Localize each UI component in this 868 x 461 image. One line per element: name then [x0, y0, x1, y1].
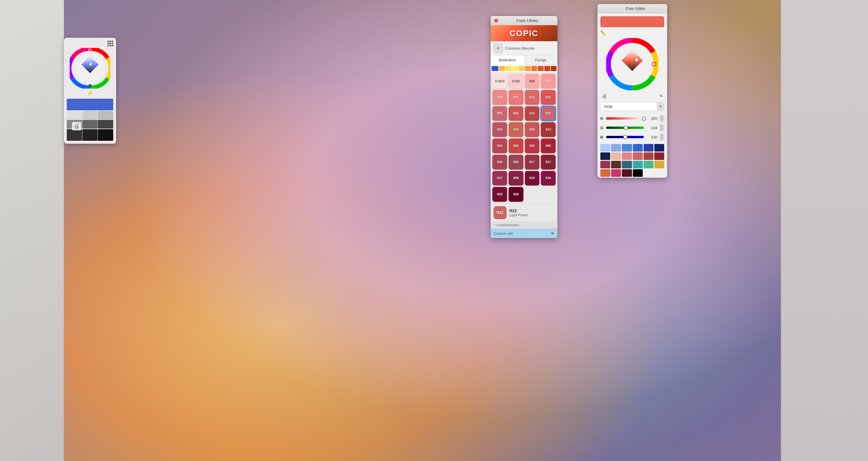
strip-cell[interactable] — [525, 66, 531, 71]
copic-swatch-r05[interactable]: R05 — [508, 139, 523, 153]
palette-cell[interactable] — [633, 161, 643, 168]
palette-cell[interactable] — [654, 152, 664, 160]
g-increment-button[interactable]: ▲ — [659, 124, 664, 128]
color-wheel-bottom-indicator[interactable] — [89, 84, 91, 87]
copic-swatch-r0000[interactable]: R 0000 — [492, 74, 507, 89]
eyedropper-icon[interactable]: ✏️ — [600, 30, 606, 36]
r-decrement-button[interactable]: ▼ — [659, 118, 664, 122]
copic-swatch-r30[interactable]: R30 — [492, 90, 507, 105]
strip-cell[interactable] — [544, 66, 550, 71]
printer-icon[interactable]: 🖨 — [72, 122, 81, 130]
swatch-cell[interactable] — [98, 129, 113, 141]
copic-swatch-r39[interactable]: R39 — [541, 171, 556, 186]
strip-cell[interactable] — [531, 66, 537, 71]
g-decrement-button[interactable]: ▼ — [659, 128, 664, 131]
colorless-blender-row[interactable]: 0 Colorless Blender — [491, 41, 557, 56]
b-increment-button[interactable]: ▲ — [659, 133, 664, 137]
palette-cell[interactable] — [622, 144, 632, 152]
copic-swatch-r00[interactable]: R00 — [525, 74, 540, 89]
custom-set-dropdown-icon[interactable]: ▼ — [550, 231, 555, 236]
palette-cell[interactable] — [622, 152, 632, 160]
copic-swatch-r83[interactable]: R83 — [525, 122, 540, 137]
swatch-cell[interactable] — [67, 129, 82, 141]
palette-cell[interactable] — [633, 144, 643, 152]
color-wheel[interactable] — [70, 48, 110, 89]
rgb-dropdown-button[interactable]: ▼ — [657, 102, 664, 111]
complementary-bar[interactable]: ↑ Complementary — [491, 221, 557, 228]
swap-arrows-icon[interactable]: ⇆ — [659, 93, 663, 99]
palette-cell[interactable] — [611, 144, 621, 152]
color-printer-icon[interactable]: 🖨 — [602, 93, 607, 99]
palette-cell[interactable] — [600, 144, 610, 152]
palette-cell[interactable] — [600, 152, 610, 160]
b-slider[interactable] — [606, 136, 644, 138]
b-decrement-button[interactable]: ▼ — [659, 137, 664, 141]
rgb-mode-selector[interactable]: RGB ▼ — [600, 102, 664, 111]
copic-swatch-r21[interactable]: R21 — [541, 90, 556, 105]
window-close-button[interactable] — [494, 19, 498, 23]
copic-swatch-r08[interactable]: R08 — [508, 171, 523, 186]
palette-cell[interactable] — [600, 161, 610, 168]
copic-swatch-r85[interactable]: R85 — [541, 139, 556, 153]
sketch-left — [0, 0, 64, 461]
palette-cell[interactable] — [644, 161, 653, 168]
swatch-cell[interactable] — [67, 111, 82, 120]
copic-swatch-r02[interactable]: R02 — [508, 106, 523, 121]
large-color-wheel[interactable] — [606, 38, 658, 90]
palette-cell[interactable] — [611, 152, 621, 160]
copic-swatch-r27[interactable]: R27 — [541, 155, 556, 170]
copic-swatch-r35[interactable]: R35 — [525, 139, 540, 153]
palette-cell[interactable] — [644, 152, 653, 160]
copic-swatch-r22[interactable]: R22 — [541, 106, 556, 121]
strip-cell[interactable] — [538, 66, 544, 71]
copic-swatch-r20[interactable]: R20 — [541, 74, 556, 89]
strip-cell[interactable] — [505, 66, 511, 71]
copic-swatch-r000[interactable]: R 000 — [508, 74, 523, 89]
copic-swatch-r12[interactable]: R12 — [525, 106, 540, 121]
strip-cell[interactable] — [499, 66, 505, 71]
strip-cell[interactable] — [512, 66, 518, 71]
palette-cell[interactable] — [611, 169, 621, 177]
palette-cell[interactable] — [654, 161, 664, 168]
copic-swatch-r29[interactable]: R29 — [525, 171, 540, 186]
copic-swatch-r56[interactable]: R56 — [508, 155, 523, 170]
strip-cell-selected[interactable] — [492, 66, 498, 71]
copic-swatch-r43[interactable]: R43 — [508, 122, 523, 137]
palette-cell[interactable] — [622, 161, 632, 168]
copic-swatch-r59[interactable]: R59 — [492, 187, 507, 202]
swatch-cell[interactable] — [98, 111, 113, 120]
copic-swatch-r11[interactable]: R11 — [525, 90, 540, 105]
palette-cell[interactable] — [611, 161, 621, 168]
tab-illustration[interactable]: Illustration — [491, 56, 524, 65]
palette-cell[interactable] — [622, 169, 632, 177]
r-increment-button[interactable]: ▲ — [659, 115, 664, 118]
copic-swatch-r46[interactable]: R46 — [492, 155, 507, 170]
custom-set-bar[interactable]: Custom set ▼ — [491, 228, 557, 238]
copic-swatch-r32[interactable]: R32 — [492, 122, 507, 137]
r-slider[interactable] — [606, 117, 644, 120]
copic-swatch-r81[interactable]: R81 — [492, 106, 507, 121]
palette-cell[interactable] — [633, 152, 643, 160]
strip-cell[interactable] — [551, 66, 557, 71]
g-slider[interactable] — [606, 127, 644, 129]
copic-swatch-r14[interactable]: R14 — [541, 122, 556, 137]
strip-cell[interactable] — [519, 66, 524, 71]
grid-icon[interactable] — [107, 41, 113, 47]
main-color-swatch[interactable] — [67, 99, 113, 110]
swatch-cell[interactable] — [83, 111, 98, 120]
copic-swatch-r17[interactable]: R17 — [525, 155, 540, 170]
palette-cell[interactable] — [600, 169, 610, 177]
palette-cell[interactable] — [654, 144, 664, 152]
tab-design[interactable]: Design — [524, 56, 557, 65]
palette-cell[interactable] — [644, 144, 653, 152]
copic-swatch-r89[interactable]: R89 — [508, 187, 523, 202]
palette-row-4 — [600, 169, 664, 177]
swatch-cell[interactable] — [83, 120, 98, 129]
copic-swatch-r37[interactable]: R37 — [492, 171, 507, 186]
swatch-cell[interactable] — [98, 120, 113, 129]
copic-swatch-r24[interactable]: R24 — [492, 139, 507, 153]
copic-swatch-r01[interactable]: R01 — [508, 90, 523, 105]
color-preview-bar[interactable] — [600, 16, 664, 27]
swatch-cell[interactable] — [83, 129, 98, 141]
palette-cell[interactable] — [633, 169, 643, 177]
